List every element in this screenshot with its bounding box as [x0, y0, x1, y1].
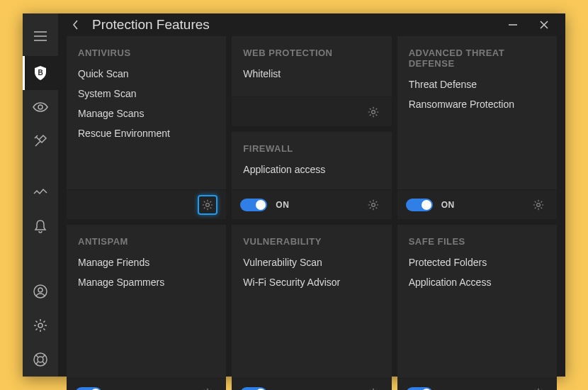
sidebar-item-activity[interactable]	[23, 175, 58, 209]
card-footer: ON	[397, 378, 557, 390]
card-antispam: ANTISPAM Manage Friends Manage Spammers …	[67, 225, 226, 390]
user-icon	[33, 284, 47, 299]
app-window: B	[23, 13, 565, 377]
sidebar: B	[23, 13, 58, 377]
window-controls	[497, 14, 560, 35]
titlebar: Protection Features	[58, 13, 565, 36]
link-wifi-security-advisor[interactable]: Wi-Fi Security Advisor	[243, 277, 380, 288]
card-title: ADVANCED THREAT DEFENSE	[409, 48, 545, 69]
settings-button-webprotection[interactable]	[363, 102, 383, 122]
menu-icon[interactable]	[23, 19, 58, 53]
link-vulnerability-scan[interactable]: Vulnerability Scan	[243, 257, 380, 268]
svg-text:B: B	[38, 69, 43, 77]
card-footer	[67, 189, 226, 219]
back-button[interactable]	[64, 13, 86, 36]
settings-button-antivirus[interactable]	[198, 195, 217, 215]
settings-button-atd[interactable]	[528, 195, 548, 215]
sidebar-item-support[interactable]	[23, 342, 58, 377]
svg-point-10	[537, 203, 541, 206]
card-title: ANTIVIRUS	[78, 48, 215, 58]
gear-icon	[368, 106, 379, 118]
close-button[interactable]	[528, 14, 560, 35]
chevron-left-icon	[72, 19, 79, 30]
svg-point-8	[371, 110, 375, 113]
card-title: ANTISPAM	[78, 236, 215, 247]
link-manage-scans[interactable]: Manage Scans	[78, 108, 215, 119]
gear-icon	[533, 199, 544, 211]
link-system-scan[interactable]: System Scan	[78, 88, 215, 99]
toggle-label: ON	[276, 200, 289, 210]
card-title: VULNERABILITY	[243, 236, 380, 247]
settings-button-vulnerability[interactable]	[363, 384, 383, 391]
svg-point-1	[38, 105, 43, 109]
link-application-access-sf[interactable]: Application Access	[409, 277, 545, 288]
sidebar-item-protection[interactable]: B	[23, 56, 58, 90]
col-middle-top: WEB PROTECTION Whitelist FIREWALL Applic…	[232, 36, 391, 219]
toggle-vulnerability[interactable]	[240, 387, 267, 391]
card-atd: ADVANCED THREAT DEFENSE Threat Defense R…	[397, 36, 557, 219]
link-quick-scan[interactable]: Quick Scan	[78, 68, 215, 79]
gear-icon	[368, 199, 379, 211]
sidebar-item-tools[interactable]	[23, 124, 58, 158]
minimize-button[interactable]	[497, 14, 528, 35]
gear-icon	[368, 388, 379, 391]
gear-icon	[202, 388, 213, 391]
minimize-icon	[509, 24, 517, 26]
link-manage-friends[interactable]: Manage Friends	[78, 257, 215, 268]
link-application-access[interactable]: Application access	[243, 164, 380, 175]
bell-icon	[34, 219, 47, 233]
svg-point-6	[38, 357, 43, 362]
main-area: Protection Features ANTIVIRUS Quick Scan…	[58, 13, 565, 377]
gear-icon	[202, 199, 213, 211]
link-threat-defense[interactable]: Threat Defense	[409, 79, 545, 90]
link-ransomware-protection[interactable]: Ransomware Protection	[409, 99, 545, 110]
svg-point-9	[371, 203, 375, 206]
link-whitelist[interactable]: Whitelist	[243, 68, 380, 79]
card-footer	[232, 96, 391, 126]
settings-button-safefiles[interactable]	[528, 384, 548, 391]
sidebar-item-notifications[interactable]	[23, 209, 58, 243]
svg-point-7	[206, 203, 210, 206]
link-protected-folders[interactable]: Protected Folders	[409, 257, 545, 268]
toggle-atd[interactable]	[406, 199, 433, 211]
card-firewall: FIREWALL Application access ON	[232, 132, 391, 219]
sidebar-item-settings[interactable]	[23, 308, 58, 342]
content-grid: ANTIVIRUS Quick Scan System Scan Manage …	[58, 36, 565, 390]
tools-icon	[33, 134, 47, 148]
close-icon	[540, 21, 548, 29]
svg-point-5	[34, 353, 47, 366]
svg-point-3	[38, 288, 43, 292]
card-title: WEB PROTECTION	[243, 48, 380, 58]
card-safefiles: SAFE FILES Protected Folders Application…	[397, 225, 557, 390]
card-footer: ON	[232, 189, 391, 219]
card-footer: ON	[397, 189, 557, 219]
activity-icon	[33, 187, 47, 197]
card-footer: ON	[67, 378, 226, 390]
sidebar-item-account[interactable]	[23, 274, 58, 308]
toggle-antispam[interactable]	[75, 387, 102, 391]
card-webprotection: WEB PROTECTION Whitelist	[232, 36, 391, 126]
settings-button-firewall[interactable]	[363, 195, 383, 215]
lifebuoy-icon	[33, 352, 47, 367]
sidebar-item-privacy[interactable]	[23, 90, 58, 124]
toggle-safefiles[interactable]	[406, 387, 433, 391]
link-manage-spammers[interactable]: Manage Spammers	[78, 277, 215, 288]
settings-button-antispam[interactable]	[198, 384, 217, 391]
page-title: Protection Features	[92, 17, 210, 33]
toggle-label: ON	[441, 200, 455, 210]
link-rescue-environment[interactable]: Rescue Environment	[78, 128, 215, 139]
gear-icon	[33, 318, 47, 333]
gear-icon	[533, 388, 544, 391]
toggle-firewall[interactable]	[240, 199, 267, 211]
card-title: SAFE FILES	[409, 236, 545, 247]
svg-point-4	[38, 323, 43, 328]
eye-icon	[33, 102, 48, 112]
card-vulnerability: VULNERABILITY Vulnerability Scan Wi-Fi S…	[232, 225, 391, 390]
card-antivirus: ANTIVIRUS Quick Scan System Scan Manage …	[67, 36, 226, 219]
card-footer: ON	[232, 378, 391, 390]
shield-icon: B	[33, 65, 47, 81]
card-title: FIREWALL	[243, 143, 380, 154]
